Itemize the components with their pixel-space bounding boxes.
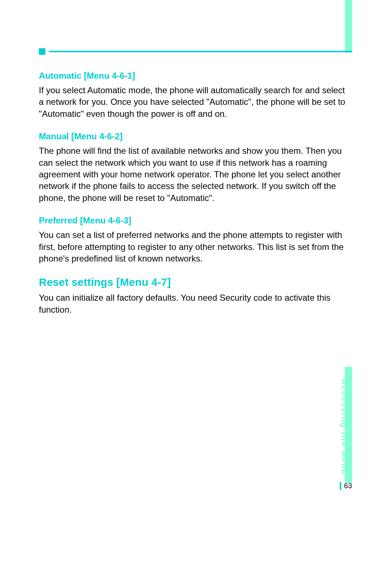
page-number: 63: [344, 482, 352, 490]
heading-automatic: Automatic [Menu 4-6-1]: [39, 71, 352, 81]
section-reset: Reset settings [Menu 4-7] You can initia…: [39, 276, 352, 316]
page-number-container: 63: [340, 482, 352, 490]
page-number-divider: [340, 482, 341, 490]
body-automatic: If you select Automatic mode, the phone …: [39, 85, 352, 120]
page-container: Automatic [Menu 4-6-1] If you select Aut…: [0, 0, 392, 588]
top-tab-decoration: [345, 0, 352, 53]
heading-preferred: Preferred [Menu 4-6-3]: [39, 215, 352, 226]
body-manual: The phone will find the list of availabl…: [39, 145, 352, 204]
section-preferred: Preferred [Menu 4-6-3] You can set a lis…: [39, 215, 352, 264]
heading-reset: Reset settings [Menu 4-7]: [39, 276, 352, 288]
section-manual: Manual [Menu 4-6-2] The phone will find …: [39, 131, 352, 204]
body-preferred: You can set a list of preferred networks…: [39, 229, 352, 264]
rule-line: [49, 51, 352, 52]
rule-square-icon: [39, 48, 45, 55]
top-rule: [39, 50, 352, 53]
bottom-tab-decoration: [345, 367, 352, 483]
content-area: Automatic [Menu 4-6-1] If you select Aut…: [39, 71, 352, 327]
body-reset: You can initialize all factory defaults.…: [39, 292, 352, 316]
heading-manual: Manual [Menu 4-6-2]: [39, 131, 352, 141]
section-automatic: Automatic [Menu 4-6-1] If you select Aut…: [39, 71, 352, 120]
